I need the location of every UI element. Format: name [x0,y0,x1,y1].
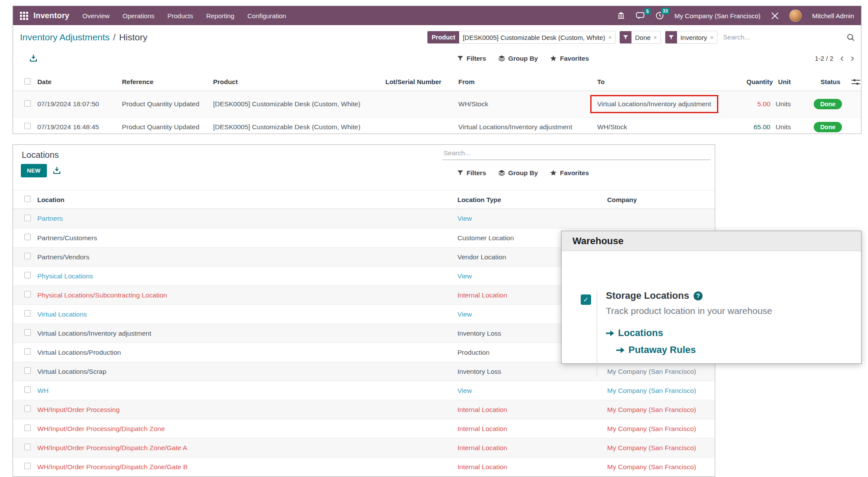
help-icon[interactable]: ? [694,291,703,301]
column-header-status[interactable]: Status [810,78,851,85]
divider [597,291,597,376]
company-switcher[interactable]: My Company (San Francisco) [674,12,760,20]
locations-search-input[interactable]: Search... [443,147,710,160]
row-checkbox[interactable] [24,463,31,469]
location-row[interactable]: WHViewMy Company (San Francisco) [13,381,715,400]
row-checkbox[interactable] [24,123,31,129]
user-avatar[interactable] [789,10,802,22]
row-checkbox[interactable] [24,425,31,431]
favorites-button[interactable]: Favorites [550,169,589,176]
search-input[interactable]: Search... [723,33,750,41]
messages-icon[interactable]: 5 [636,12,645,20]
history-row[interactable]: 07/19/2024 18:07:50Product Quantity Upda… [13,91,861,117]
locations-title: Locations [22,150,59,160]
location-cell: Partners/Customers [37,234,457,242]
column-header-location[interactable]: Location [37,196,457,203]
row-checkbox[interactable] [24,367,31,374]
location-row[interactable]: PartnersView [13,209,715,228]
new-button[interactable]: NEW [21,164,47,177]
export-icon[interactable] [53,167,61,174]
row-checkbox[interactable] [24,100,31,107]
row-checkbox[interactable] [24,272,31,278]
menu-products[interactable]: Products [168,12,193,20]
row-checkbox[interactable] [24,444,31,450]
location-cell: WH/Input/Order Processing/Dispatch Zone/… [37,463,457,471]
search-facet-inventory[interactable]: Inventory × [665,31,717,44]
favorites-button[interactable]: Favorites [550,55,589,62]
arrow-right-icon [606,330,614,337]
user-name[interactable]: Mitchell Admin [812,12,854,20]
row-checkbox[interactable] [24,310,31,317]
facet-value: Inventory [681,34,707,41]
column-header-location-type[interactable]: Location Type [457,196,607,203]
location-cell: Partners/Vendors [37,253,457,261]
menu-overview[interactable]: Overview [82,12,110,20]
dialog-title: Warehouse [562,231,861,251]
filters-button[interactable]: Filters [457,169,486,176]
pager-next-icon[interactable]: › [851,54,854,62]
row-checkbox[interactable] [24,291,31,297]
systray-building-icon[interactable] [617,11,625,20]
debug-tools-icon[interactable] [771,12,779,20]
row-checkbox[interactable] [24,329,31,336]
apps-grid-icon[interactable] [20,12,28,20]
row-checkbox-cell [13,272,37,280]
location-row[interactable]: Virtual Locations/ScrapInventory LossMy … [13,362,715,381]
row-checkbox[interactable] [24,386,31,393]
location-row[interactable]: WH/Input/Order Processing/Dispatch Zone/… [13,457,715,476]
column-header-company[interactable]: Company [607,196,715,203]
messages-count-badge: 5 [644,8,651,15]
select-all-checkbox[interactable] [24,78,31,85]
row-checkbox-cell [13,100,37,108]
history-view-toolbar: Filters Group By Favorites [457,55,589,62]
export-icon[interactable] [30,54,37,62]
location-row[interactable]: WH/Input/Order ProcessingInternal Locati… [13,400,715,419]
from-cell: Virtual Locations/Inventory adjustment [458,123,597,131]
storage-locations-checkbox[interactable]: ✓ [581,294,591,305]
column-header-lot-serial[interactable]: Lot/Serial Number [385,78,458,85]
app-name[interactable]: Inventory [33,11,69,20]
row-checkbox[interactable] [24,234,31,240]
column-header-unit[interactable]: Unit [773,78,810,85]
locations-link[interactable]: Locations [606,327,772,339]
status-badge: Done [814,122,842,132]
location-cell: WH [37,387,457,395]
company-cell: My Company (San Francisco) [607,463,715,471]
pager-prev-icon[interactable]: ‹ [840,54,844,62]
breadcrumb-parent[interactable]: Inventory Adjustments [20,32,110,42]
facet-remove-icon[interactable]: × [654,34,657,41]
facet-remove-icon[interactable]: × [608,34,612,41]
select-all-checkbox[interactable] [24,196,31,202]
menu-reporting[interactable]: Reporting [206,12,234,20]
location-row[interactable]: WH/Input/Order Processing/Dispatch ZoneI… [13,419,715,438]
quantity-cell: 5.00 [746,100,770,108]
location-row[interactable]: WH/Input/Order Processing/Dispatch Zone/… [13,438,715,457]
filters-button[interactable]: Filters [457,55,486,62]
putaway-rules-link[interactable]: Putaway Rules [616,344,772,356]
column-header-date[interactable]: Date [37,78,122,85]
location-cell: Physical Locations/Subcontracting Locati… [37,291,457,299]
menu-configuration[interactable]: Configuration [247,12,286,20]
facet-remove-icon[interactable]: × [710,34,713,41]
column-header-product[interactable]: Product [213,78,385,85]
menu-operations[interactable]: Operations [122,12,154,20]
search-magnifier-icon[interactable] [847,33,855,42]
row-checkbox[interactable] [24,405,31,412]
column-header-from[interactable]: From [458,78,597,85]
group-by-button[interactable]: Group By [498,169,538,176]
history-row[interactable]: 07/19/2024 16:48:45Product Quantity Upda… [13,117,861,136]
column-header-reference[interactable]: Reference [122,78,213,85]
row-checkbox[interactable] [24,348,31,355]
group-by-button[interactable]: Group By [498,55,538,62]
activities-clock-icon[interactable]: 33 [655,11,664,20]
column-header-quantity[interactable]: Quantity [746,78,773,85]
column-options-icon[interactable] [851,78,861,86]
column-header-to[interactable]: To [597,78,746,85]
search-facet-done[interactable]: Done × [619,31,661,44]
row-checkbox[interactable] [24,253,31,259]
row-checkbox-cell [13,367,37,376]
search-facet-product[interactable]: Product [DESK0005] Customizable Desk (Cu… [427,31,615,44]
row-checkbox[interactable] [24,215,31,221]
quantity-cell: 65.00 [746,123,770,131]
location-type-cell: Inventory Loss [457,368,607,376]
